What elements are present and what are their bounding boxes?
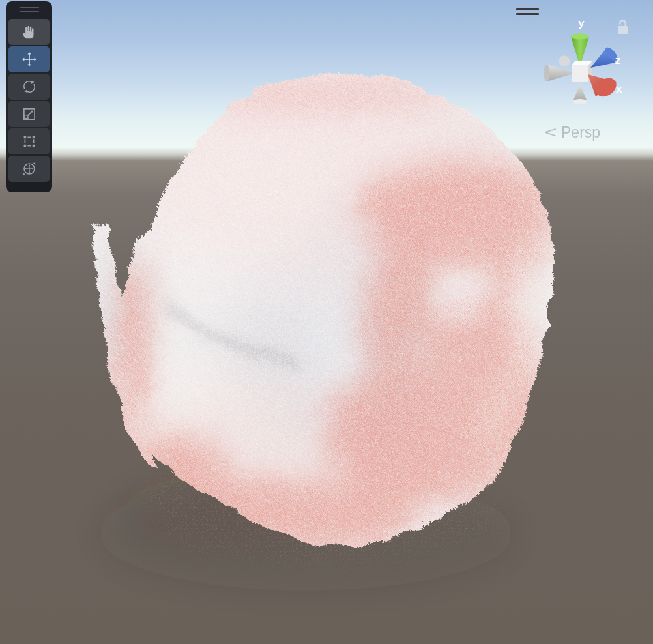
- rotate-tool-button[interactable]: [8, 74, 50, 100]
- rect-icon: [21, 133, 38, 150]
- scale-icon: [21, 106, 38, 123]
- gizmo-y-label[interactable]: y: [578, 17, 585, 29]
- gizmo-cube[interactable]: [572, 61, 592, 82]
- lock-icon[interactable]: [615, 18, 631, 37]
- rect-tool-button[interactable]: [8, 128, 50, 154]
- transform-icon: [21, 160, 38, 177]
- gizmo-axis-negz[interactable]: [559, 56, 570, 67]
- tools-overlay-drag-handle[interactable]: [20, 7, 39, 12]
- scene-orientation-gizmo: y z x: [529, 5, 653, 123]
- chevron-left-icon: <: [545, 123, 557, 141]
- drag-handle-bar: [20, 11, 39, 12]
- projection-toggle[interactable]: < Persp: [546, 123, 600, 141]
- rotate-icon: [21, 78, 38, 95]
- drag-handle-bar: [20, 7, 39, 8]
- projection-label: Persp: [561, 124, 600, 141]
- tool-buttons: [8, 19, 50, 182]
- hand-icon: [21, 23, 38, 40]
- move-tool-button[interactable]: [8, 46, 50, 72]
- transform-tool-button[interactable]: [8, 156, 50, 182]
- gizmo-z-label[interactable]: z: [615, 54, 621, 66]
- tools-overlay: [6, 1, 52, 192]
- gizmo-axis-negy[interactable]: [573, 83, 587, 104]
- move-icon: [21, 51, 38, 68]
- gizmo-x-label[interactable]: x: [616, 83, 622, 95]
- gizmo-axis-negx[interactable]: [544, 65, 575, 81]
- gizmo-axis-x[interactable]: [588, 74, 620, 100]
- scene-viewport[interactable]: y z x < Persp: [0, 0, 653, 644]
- scale-tool-button[interactable]: [8, 101, 50, 127]
- view-tool-button[interactable]: [8, 19, 50, 45]
